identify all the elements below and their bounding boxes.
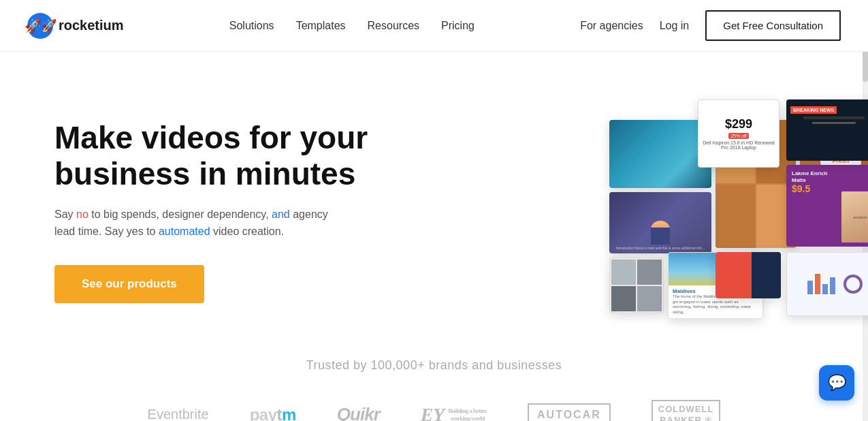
hero-visual: $299 25% off Dell Inspiron 15.6 in HD Re… — [432, 99, 827, 317]
nav-links: Solutions Templates Resources Pricing — [229, 20, 475, 32]
see-products-button[interactable]: See our products — [54, 265, 204, 303]
logo-quikr: Quikr — [337, 404, 380, 421]
logo-autocar: AUTOCAR — [528, 403, 611, 421]
vid-card-dashboard — [786, 252, 868, 316]
logo[interactable]: 🚀 rocketium — [27, 13, 124, 39]
logo-paytm: paytm — [250, 405, 296, 421]
vid-card-laptop: $299 25% off Dell Inspiron 15.6 in HD Re… — [698, 99, 779, 168]
nav-resources[interactable]: Resources — [368, 20, 419, 32]
hero-subtitle: Say no to big spends, designer dependenc… — [54, 206, 340, 240]
hero-title: Make videos for your business in minutes — [54, 120, 395, 192]
vid-card-geometric — [716, 252, 781, 298]
logo-text: rocketium — [59, 18, 124, 33]
chat-icon: 💬 — [828, 374, 846, 392]
logo-coldwell: COLDWELLBANKER ® — [652, 400, 721, 421]
trusted-section: Trusted by 100,000+ brands and businesse… — [0, 345, 868, 421]
trusted-text: Trusted by 100,000+ brands and businesse… — [0, 358, 868, 373]
navbar: 🚀 rocketium Solutions Templates Resource… — [0, 0, 868, 52]
hero-section: Make videos for your business in minutes… — [0, 52, 868, 345]
logo-ey: EY Building a betterworking world — [421, 404, 487, 421]
logo-eventbrite: Eventbrite — [148, 407, 209, 421]
logos-row: Eventbrite paytm Quikr EY Building a bet… — [0, 400, 868, 421]
vid-card-coral — [609, 120, 711, 188]
nav-right: For agencies Log in Get Free Consultatio… — [580, 10, 841, 41]
vid-card-lakme: Lakme EnrichMatte $9.5 product — [786, 165, 868, 247]
vid-card-man: Introduction frame is here and this is s… — [609, 192, 711, 253]
vid-card-news: BREAKING NEWS — [786, 99, 868, 161]
vid-card-windows — [609, 258, 664, 313]
chat-button[interactable]: 💬 — [819, 365, 854, 401]
hero-content: Make videos for your business in minutes… — [54, 93, 395, 303]
nav-pricing[interactable]: Pricing — [441, 20, 475, 32]
nav-agencies[interactable]: For agencies — [580, 20, 643, 32]
nav-login[interactable]: Log in — [660, 20, 690, 32]
nav-solutions[interactable]: Solutions — [229, 20, 274, 32]
nav-cta-button[interactable]: Get Free Consultation — [705, 10, 841, 41]
nav-templates[interactable]: Templates — [296, 20, 346, 32]
logo-icon: 🚀 — [27, 13, 53, 39]
